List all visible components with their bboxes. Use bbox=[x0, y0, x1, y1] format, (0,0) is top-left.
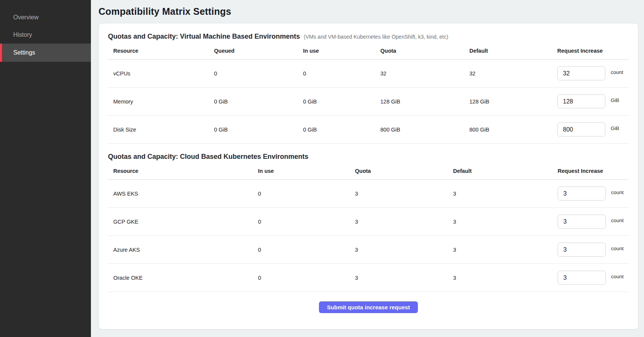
azure-aks-request-input[interactable] bbox=[558, 243, 606, 257]
resource-name: Oracle OKE bbox=[113, 275, 258, 281]
quota-value: 3 bbox=[355, 275, 453, 281]
default-value: 3 bbox=[453, 191, 558, 197]
column-header-quota: Quota bbox=[380, 48, 469, 54]
gcp-gke-request-input[interactable] bbox=[558, 215, 606, 229]
disk-size-request-input[interactable] bbox=[557, 122, 605, 136]
queued-value: 0 bbox=[214, 71, 303, 77]
default-value: 3 bbox=[453, 275, 558, 281]
vm-section-title: Quotas and Capacity: Virtual Machine Bas… bbox=[108, 33, 300, 41]
in-use-value: 0 bbox=[258, 191, 355, 197]
table-row-disk-size: Disk Size 0 GiB 0 GiB 800 GiB 800 GiB Gi… bbox=[108, 116, 629, 144]
table-row-azure-aks: Azure AKS 0 3 3 count bbox=[108, 236, 629, 264]
cloud-section-header: Quotas and Capacity: Cloud Based Kuberne… bbox=[108, 144, 629, 161]
resource-name: vCPUs bbox=[113, 71, 214, 77]
default-value: 32 bbox=[469, 71, 557, 77]
column-header-queued: Queued bbox=[214, 48, 303, 54]
table-row-gcp-gke: GCP GKE 0 3 3 count bbox=[108, 208, 629, 236]
table-row-vcpus: vCPUs 0 0 32 32 count bbox=[108, 60, 629, 88]
card-footer: Submit quota increase request bbox=[108, 292, 629, 313]
quota-settings-card: Quotas and Capacity: Virtual Machine Bas… bbox=[98, 23, 638, 329]
in-use-value: 0 bbox=[258, 219, 355, 225]
default-value: 3 bbox=[453, 247, 558, 253]
quota-value: 3 bbox=[355, 219, 453, 225]
column-header-in-use: In use bbox=[303, 48, 380, 54]
quota-value: 3 bbox=[355, 247, 453, 253]
queued-value: 0 GiB bbox=[214, 127, 303, 133]
column-header-request-increase: Request Increase bbox=[557, 48, 629, 54]
resource-name: GCP GKE bbox=[113, 219, 258, 225]
unit-label: count bbox=[611, 69, 623, 75]
vm-section-header: Quotas and Capacity: Virtual Machine Bas… bbox=[108, 24, 629, 41]
cloud-table-header: Resource In use Quota Default Request In… bbox=[108, 162, 629, 180]
sidebar-item-overview[interactable]: Overview bbox=[0, 9, 91, 26]
table-row-oracle-oke: Oracle OKE 0 3 3 count bbox=[108, 264, 629, 292]
quota-value: 800 GiB bbox=[380, 127, 469, 133]
oracle-oke-request-input[interactable] bbox=[558, 271, 606, 285]
in-use-value: 0 GiB bbox=[303, 127, 380, 133]
vm-section-subtitle: (VMs and VM-based Kubernetes like OpenSh… bbox=[304, 34, 448, 40]
unit-label: count bbox=[611, 218, 624, 223]
column-header-default: Default bbox=[469, 48, 557, 54]
quota-value: 32 bbox=[380, 71, 469, 77]
memory-request-input[interactable] bbox=[557, 94, 605, 108]
resource-name: Disk Size bbox=[113, 127, 214, 133]
column-header-resource: Resource bbox=[113, 168, 258, 174]
queued-value: 0 GiB bbox=[214, 99, 303, 105]
vcpus-request-input[interactable] bbox=[557, 66, 605, 80]
in-use-value: 0 bbox=[258, 247, 355, 253]
unit-label: count bbox=[611, 190, 624, 195]
unit-label: GiB bbox=[611, 97, 619, 103]
unit-label: count bbox=[611, 274, 624, 279]
table-row-aws-eks: AWS EKS 0 3 3 count bbox=[108, 180, 629, 208]
in-use-value: 0 bbox=[258, 275, 355, 281]
unit-label: GiB bbox=[611, 125, 619, 131]
column-header-default: Default bbox=[453, 168, 558, 174]
resource-name: Azure AKS bbox=[113, 247, 258, 253]
sidebar-item-history[interactable]: History bbox=[0, 26, 91, 44]
default-value: 128 GiB bbox=[469, 99, 557, 105]
table-row-memory: Memory 0 GiB 0 GiB 128 GiB 128 GiB GiB bbox=[108, 88, 629, 116]
column-header-resource: Resource bbox=[113, 48, 214, 54]
sidebar-item-settings[interactable]: Settings bbox=[0, 44, 91, 62]
submit-quota-request-button[interactable]: Submit quota increase request bbox=[319, 301, 418, 313]
column-header-request-increase: Request Increase bbox=[558, 168, 629, 174]
default-value: 800 GiB bbox=[469, 127, 557, 133]
column-header-quota: Quota bbox=[355, 168, 453, 174]
resource-name: AWS EKS bbox=[113, 191, 258, 197]
page-title: Compatibility Matrix Settings bbox=[98, 6, 638, 17]
quota-value: 3 bbox=[355, 191, 453, 197]
column-header-in-use: In use bbox=[258, 168, 355, 174]
in-use-value: 0 bbox=[303, 71, 380, 77]
unit-label: count bbox=[611, 246, 624, 251]
main-content: Compatibility Matrix Settings Quotas and… bbox=[91, 0, 644, 337]
vm-table-header: Resource Queued In use Quota Default Req… bbox=[108, 42, 629, 60]
resource-name: Memory bbox=[113, 99, 214, 105]
sidebar: Overview History Settings bbox=[0, 0, 91, 337]
default-value: 3 bbox=[453, 219, 558, 225]
in-use-value: 0 GiB bbox=[303, 99, 380, 105]
aws-eks-request-input[interactable] bbox=[558, 187, 606, 201]
cloud-section-title: Quotas and Capacity: Cloud Based Kuberne… bbox=[108, 153, 308, 161]
quota-value: 128 GiB bbox=[380, 99, 469, 105]
